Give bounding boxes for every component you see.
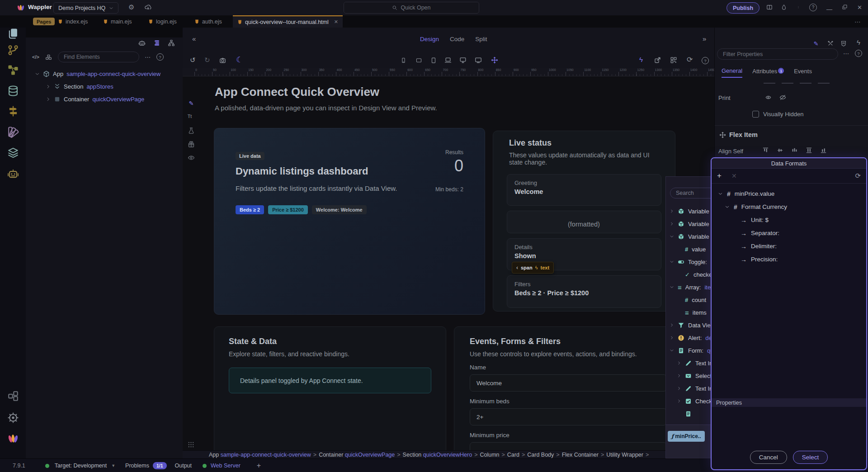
format-tree-row[interactable]: →Separator: bbox=[716, 227, 862, 240]
format-tree-row[interactable]: #minPrice.value bbox=[716, 187, 862, 200]
breadcrumb[interactable]: App sample-app-connect-quick-overview>Co… bbox=[183, 450, 714, 458]
edit-element-icon[interactable]: ✎ bbox=[188, 99, 195, 107]
routing-rail-icon[interactable] bbox=[7, 105, 19, 117]
unlink-icon[interactable] bbox=[827, 40, 834, 47]
kebab-menu-icon[interactable] bbox=[797, 4, 800, 11]
help-icon[interactable]: ? bbox=[702, 57, 709, 64]
dynamic-bolt-icon[interactable]: ϟ bbox=[857, 38, 860, 46]
git-rail-icon[interactable] bbox=[7, 44, 19, 56]
breadcrumb-item[interactable]: Container bbox=[319, 452, 343, 458]
view-tab-code[interactable]: Code bbox=[450, 36, 464, 42]
view-tab-split[interactable]: Split bbox=[475, 36, 487, 42]
quick-open-search[interactable]: Quick Open bbox=[344, 2, 479, 14]
file-tab[interactable]: quick-overview--tour-manual.html✕ bbox=[233, 15, 343, 28]
picker-tree-row[interactable]: ≡items bbox=[666, 306, 712, 319]
picker-tree-row[interactable]: #value bbox=[666, 243, 712, 255]
align-end-icon[interactable] bbox=[820, 147, 827, 154]
file-tab[interactable]: login.ejs bbox=[144, 15, 181, 28]
problems-label[interactable]: Problems bbox=[125, 463, 149, 469]
picker-tree-row[interactable]: Text In bbox=[666, 382, 712, 395]
print-hidden-eye-off-icon[interactable] bbox=[779, 94, 787, 101]
tab-overflow-icon[interactable]: ⋯ bbox=[854, 18, 861, 25]
more-options-icon[interactable]: ⋯ bbox=[843, 50, 849, 57]
picker-tree-row[interactable]: Variable bbox=[666, 217, 712, 230]
panels-layout-icon[interactable] bbox=[766, 4, 773, 10]
refresh-icon[interactable]: ⟳ bbox=[855, 172, 861, 180]
more-options-icon[interactable]: ⋯ bbox=[145, 54, 151, 61]
breadcrumb-id[interactable]: sample-app-connect-quick-overview bbox=[219, 452, 311, 458]
format-tree-row[interactable]: →Unit: $ bbox=[716, 213, 862, 227]
target-caret-icon[interactable]: ▼ bbox=[111, 463, 115, 468]
breadcrumb-item[interactable]: App bbox=[209, 452, 219, 458]
sitemap-icon[interactable] bbox=[167, 39, 175, 47]
view-tab-design[interactable]: Design bbox=[420, 36, 439, 42]
output-label[interactable]: Output bbox=[175, 463, 192, 469]
picker-tree-row[interactable]: Form:qu bbox=[666, 344, 712, 357]
device-laptop-icon[interactable] bbox=[444, 57, 452, 64]
pages-rail-icon[interactable] bbox=[7, 28, 19, 39]
css-styles-icon[interactable] bbox=[840, 40, 847, 47]
format-tree-row[interactable]: →Precision: bbox=[716, 253, 862, 266]
device-tablet-icon[interactable] bbox=[430, 57, 437, 64]
format-tree-row[interactable]: →Delimiter: bbox=[716, 240, 862, 253]
wappler-rail-icon[interactable] bbox=[7, 433, 19, 444]
visually-hidden-checkbox[interactable] bbox=[752, 111, 759, 118]
project-selector[interactable]: Demo Projects HQ bbox=[53, 2, 118, 14]
screenshot-camera-icon[interactable] bbox=[219, 57, 226, 64]
gear-solid-rail-icon[interactable] bbox=[7, 412, 19, 424]
close-window-icon[interactable]: ✕ bbox=[857, 4, 862, 11]
picker-tree-row[interactable]: Checkb bbox=[666, 395, 712, 407]
publish-button[interactable]: Publish bbox=[726, 2, 760, 14]
picker-tree-row[interactable]: Variable bbox=[666, 205, 712, 217]
form-text-input[interactable]: 2+ bbox=[470, 408, 667, 425]
form-text-input[interactable] bbox=[470, 442, 667, 450]
app-structure-icon[interactable] bbox=[153, 39, 161, 47]
picker-tree-row[interactable]: Text In bbox=[666, 357, 712, 369]
tab-general[interactable]: General bbox=[722, 67, 742, 78]
components-icon[interactable] bbox=[45, 54, 52, 61]
dark-mode-moon-icon[interactable]: ☾ bbox=[236, 55, 243, 65]
redo-icon[interactable]: ↻ bbox=[204, 56, 210, 64]
restore-window-icon[interactable] bbox=[842, 4, 848, 10]
tab-attributes[interactable]: Attributes1 bbox=[752, 68, 784, 77]
picker-tree-row[interactable]: ✓checke bbox=[666, 268, 712, 281]
robot-rail-icon[interactable] bbox=[7, 168, 19, 179]
breadcrumb-item[interactable]: Utility Wrapper bbox=[606, 452, 643, 458]
device-phone-icon[interactable] bbox=[401, 57, 406, 64]
pages-badge[interactable]: Pages bbox=[33, 18, 55, 25]
flask-icon[interactable] bbox=[188, 127, 195, 134]
filter-properties-input[interactable]: Filter Properties bbox=[717, 48, 838, 60]
remove-format-icon[interactable]: ✕ bbox=[731, 172, 737, 179]
code-view-icon[interactable]: </> bbox=[32, 54, 39, 60]
ai-assistant-icon[interactable] bbox=[138, 39, 146, 47]
workflow-rail-icon[interactable] bbox=[7, 64, 19, 76]
device-tablet-landscape-icon[interactable] bbox=[415, 57, 423, 63]
form-text-input[interactable]: Welcome bbox=[470, 374, 667, 392]
eye-icon[interactable] bbox=[188, 154, 195, 161]
align-stretch-icon[interactable] bbox=[805, 147, 813, 154]
align-baseline-icon[interactable] bbox=[791, 147, 798, 154]
extensions-rail-icon[interactable] bbox=[7, 390, 19, 402]
picker-tree-row[interactable]: Variable bbox=[666, 230, 712, 243]
picker-tree-row[interactable]: Data Vie bbox=[666, 319, 712, 331]
file-tab[interactable]: main.ejs bbox=[99, 15, 137, 28]
picker-tree-row[interactable]: Alert:de bbox=[666, 331, 712, 344]
breadcrumb-item[interactable]: Flex Container bbox=[562, 452, 599, 458]
element-tree-row[interactable]: ContainerquickOverviewPage bbox=[26, 93, 183, 105]
picker-tree-row[interactable]: ≡Array:ite bbox=[666, 281, 712, 293]
file-tab[interactable]: index.ejs bbox=[53, 15, 92, 28]
add-format-icon[interactable]: + bbox=[717, 171, 722, 180]
help-icon[interactable]: ? bbox=[156, 53, 164, 61]
cancel-button[interactable]: Cancel bbox=[750, 451, 787, 464]
device-desktop-icon[interactable] bbox=[459, 57, 467, 64]
settings-gear-icon[interactable]: ⚙ bbox=[128, 3, 134, 11]
edit-properties-icon[interactable]: ✎ bbox=[812, 40, 820, 47]
picker-tree-row[interactable]: #count bbox=[666, 293, 712, 306]
tab-events[interactable]: Events bbox=[794, 68, 812, 77]
breadcrumb-id[interactable]: quickOverviewHero bbox=[421, 452, 472, 458]
refresh-icon[interactable]: ⟳ bbox=[687, 55, 693, 64]
expression-chip[interactable]: ƒ minPrice.. bbox=[668, 431, 705, 442]
typography-icon[interactable]: Tt bbox=[188, 114, 195, 121]
gift-icon[interactable] bbox=[188, 141, 195, 148]
close-tab-icon[interactable]: ✕ bbox=[334, 19, 338, 25]
